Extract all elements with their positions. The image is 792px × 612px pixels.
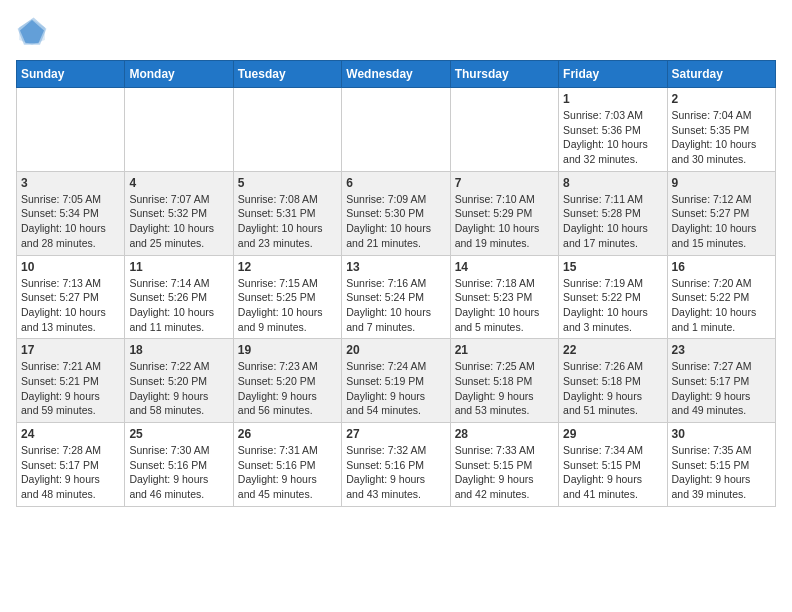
weekday-header: Sunday — [17, 61, 125, 88]
day-number: 13 — [346, 260, 445, 274]
day-number: 19 — [238, 343, 337, 357]
weekday-header: Wednesday — [342, 61, 450, 88]
day-number: 6 — [346, 176, 445, 190]
calendar-cell: 16Sunrise: 7:20 AMSunset: 5:22 PMDayligh… — [667, 255, 775, 339]
day-number: 20 — [346, 343, 445, 357]
calendar-cell: 8Sunrise: 7:11 AMSunset: 5:28 PMDaylight… — [559, 171, 667, 255]
day-info: Sunrise: 7:31 AMSunset: 5:16 PMDaylight:… — [238, 443, 337, 502]
calendar-cell — [233, 88, 341, 172]
day-info: Sunrise: 7:20 AMSunset: 5:22 PMDaylight:… — [672, 276, 771, 335]
day-number: 16 — [672, 260, 771, 274]
calendar-week-row: 1Sunrise: 7:03 AMSunset: 5:36 PMDaylight… — [17, 88, 776, 172]
calendar-cell: 1Sunrise: 7:03 AMSunset: 5:36 PMDaylight… — [559, 88, 667, 172]
calendar-header-row: SundayMondayTuesdayWednesdayThursdayFrid… — [17, 61, 776, 88]
day-info: Sunrise: 7:21 AMSunset: 5:21 PMDaylight:… — [21, 359, 120, 418]
day-number: 23 — [672, 343, 771, 357]
day-number: 21 — [455, 343, 554, 357]
calendar-cell: 13Sunrise: 7:16 AMSunset: 5:24 PMDayligh… — [342, 255, 450, 339]
day-number: 25 — [129, 427, 228, 441]
calendar-cell — [342, 88, 450, 172]
logo — [16, 16, 52, 48]
day-number: 29 — [563, 427, 662, 441]
day-number: 18 — [129, 343, 228, 357]
page-header — [16, 16, 776, 48]
day-info: Sunrise: 7:11 AMSunset: 5:28 PMDaylight:… — [563, 192, 662, 251]
day-info: Sunrise: 7:18 AMSunset: 5:23 PMDaylight:… — [455, 276, 554, 335]
calendar-week-row: 3Sunrise: 7:05 AMSunset: 5:34 PMDaylight… — [17, 171, 776, 255]
calendar-cell: 10Sunrise: 7:13 AMSunset: 5:27 PMDayligh… — [17, 255, 125, 339]
calendar-cell: 29Sunrise: 7:34 AMSunset: 5:15 PMDayligh… — [559, 423, 667, 507]
calendar-cell — [125, 88, 233, 172]
calendar-cell: 7Sunrise: 7:10 AMSunset: 5:29 PMDaylight… — [450, 171, 558, 255]
calendar-cell: 14Sunrise: 7:18 AMSunset: 5:23 PMDayligh… — [450, 255, 558, 339]
day-info: Sunrise: 7:32 AMSunset: 5:16 PMDaylight:… — [346, 443, 445, 502]
calendar-cell — [450, 88, 558, 172]
day-number: 28 — [455, 427, 554, 441]
weekday-header: Monday — [125, 61, 233, 88]
calendar-week-row: 10Sunrise: 7:13 AMSunset: 5:27 PMDayligh… — [17, 255, 776, 339]
weekday-header: Thursday — [450, 61, 558, 88]
day-info: Sunrise: 7:19 AMSunset: 5:22 PMDaylight:… — [563, 276, 662, 335]
calendar-cell: 15Sunrise: 7:19 AMSunset: 5:22 PMDayligh… — [559, 255, 667, 339]
calendar-cell: 2Sunrise: 7:04 AMSunset: 5:35 PMDaylight… — [667, 88, 775, 172]
calendar-cell: 28Sunrise: 7:33 AMSunset: 5:15 PMDayligh… — [450, 423, 558, 507]
day-number: 8 — [563, 176, 662, 190]
calendar-week-row: 24Sunrise: 7:28 AMSunset: 5:17 PMDayligh… — [17, 423, 776, 507]
calendar-cell: 22Sunrise: 7:26 AMSunset: 5:18 PMDayligh… — [559, 339, 667, 423]
calendar-cell: 25Sunrise: 7:30 AMSunset: 5:16 PMDayligh… — [125, 423, 233, 507]
calendar-cell: 24Sunrise: 7:28 AMSunset: 5:17 PMDayligh… — [17, 423, 125, 507]
calendar-cell: 20Sunrise: 7:24 AMSunset: 5:19 PMDayligh… — [342, 339, 450, 423]
calendar-cell: 17Sunrise: 7:21 AMSunset: 5:21 PMDayligh… — [17, 339, 125, 423]
calendar-cell: 4Sunrise: 7:07 AMSunset: 5:32 PMDaylight… — [125, 171, 233, 255]
day-number: 14 — [455, 260, 554, 274]
day-number: 26 — [238, 427, 337, 441]
day-info: Sunrise: 7:03 AMSunset: 5:36 PMDaylight:… — [563, 108, 662, 167]
day-info: Sunrise: 7:09 AMSunset: 5:30 PMDaylight:… — [346, 192, 445, 251]
day-number: 9 — [672, 176, 771, 190]
calendar-cell — [17, 88, 125, 172]
calendar-cell: 23Sunrise: 7:27 AMSunset: 5:17 PMDayligh… — [667, 339, 775, 423]
day-info: Sunrise: 7:22 AMSunset: 5:20 PMDaylight:… — [129, 359, 228, 418]
day-info: Sunrise: 7:10 AMSunset: 5:29 PMDaylight:… — [455, 192, 554, 251]
day-info: Sunrise: 7:33 AMSunset: 5:15 PMDaylight:… — [455, 443, 554, 502]
day-info: Sunrise: 7:26 AMSunset: 5:18 PMDaylight:… — [563, 359, 662, 418]
day-number: 4 — [129, 176, 228, 190]
day-number: 22 — [563, 343, 662, 357]
day-info: Sunrise: 7:05 AMSunset: 5:34 PMDaylight:… — [21, 192, 120, 251]
day-number: 12 — [238, 260, 337, 274]
day-info: Sunrise: 7:04 AMSunset: 5:35 PMDaylight:… — [672, 108, 771, 167]
day-info: Sunrise: 7:16 AMSunset: 5:24 PMDaylight:… — [346, 276, 445, 335]
weekday-header: Tuesday — [233, 61, 341, 88]
calendar-cell: 5Sunrise: 7:08 AMSunset: 5:31 PMDaylight… — [233, 171, 341, 255]
day-number: 7 — [455, 176, 554, 190]
day-number: 3 — [21, 176, 120, 190]
weekday-header: Saturday — [667, 61, 775, 88]
day-info: Sunrise: 7:07 AMSunset: 5:32 PMDaylight:… — [129, 192, 228, 251]
calendar-week-row: 17Sunrise: 7:21 AMSunset: 5:21 PMDayligh… — [17, 339, 776, 423]
weekday-header: Friday — [559, 61, 667, 88]
calendar-cell: 27Sunrise: 7:32 AMSunset: 5:16 PMDayligh… — [342, 423, 450, 507]
day-number: 5 — [238, 176, 337, 190]
calendar-table: SundayMondayTuesdayWednesdayThursdayFrid… — [16, 60, 776, 507]
calendar-cell: 18Sunrise: 7:22 AMSunset: 5:20 PMDayligh… — [125, 339, 233, 423]
day-number: 1 — [563, 92, 662, 106]
day-info: Sunrise: 7:13 AMSunset: 5:27 PMDaylight:… — [21, 276, 120, 335]
day-info: Sunrise: 7:28 AMSunset: 5:17 PMDaylight:… — [21, 443, 120, 502]
calendar-cell: 6Sunrise: 7:09 AMSunset: 5:30 PMDaylight… — [342, 171, 450, 255]
day-info: Sunrise: 7:24 AMSunset: 5:19 PMDaylight:… — [346, 359, 445, 418]
day-info: Sunrise: 7:12 AMSunset: 5:27 PMDaylight:… — [672, 192, 771, 251]
day-number: 15 — [563, 260, 662, 274]
logo-icon — [16, 16, 48, 48]
day-number: 11 — [129, 260, 228, 274]
calendar-cell: 11Sunrise: 7:14 AMSunset: 5:26 PMDayligh… — [125, 255, 233, 339]
calendar-cell: 19Sunrise: 7:23 AMSunset: 5:20 PMDayligh… — [233, 339, 341, 423]
day-info: Sunrise: 7:15 AMSunset: 5:25 PMDaylight:… — [238, 276, 337, 335]
day-info: Sunrise: 7:23 AMSunset: 5:20 PMDaylight:… — [238, 359, 337, 418]
day-number: 17 — [21, 343, 120, 357]
calendar-cell: 9Sunrise: 7:12 AMSunset: 5:27 PMDaylight… — [667, 171, 775, 255]
day-number: 27 — [346, 427, 445, 441]
day-number: 2 — [672, 92, 771, 106]
day-number: 10 — [21, 260, 120, 274]
day-info: Sunrise: 7:25 AMSunset: 5:18 PMDaylight:… — [455, 359, 554, 418]
day-info: Sunrise: 7:14 AMSunset: 5:26 PMDaylight:… — [129, 276, 228, 335]
